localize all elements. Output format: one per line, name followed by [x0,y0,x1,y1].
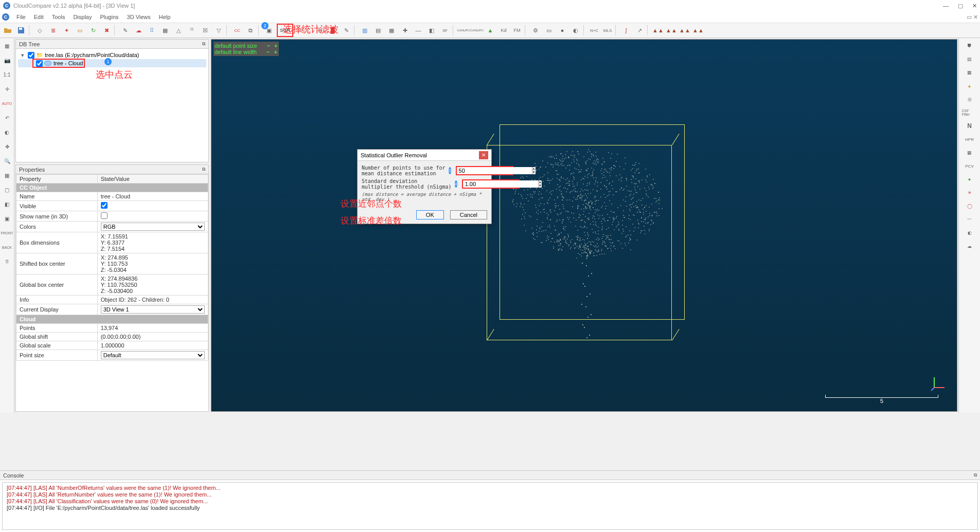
matrix-icon[interactable]: ▦ [962,147,977,158]
cube2-icon[interactable]: ▣ [2,213,13,224]
grid2-icon[interactable]: ▦ [962,67,977,78]
blob-icon[interactable]: ● [962,174,977,185]
mls-icon[interactable]: MLS [602,25,613,36]
window-minimize[interactable]: — [943,3,949,9]
rotate-icon[interactable]: ↻ [87,25,99,36]
scatter-icon[interactable]: ⠿ [146,25,157,36]
properties-body[interactable]: PropertyState/Value CC Object Nametree -… [16,174,208,411]
increase-point-size[interactable]: + [274,43,277,49]
chart-icon[interactable]: ▦ [386,25,397,36]
pick-icon[interactable]: ◇ [34,25,45,36]
wave-icon[interactable]: 〰 [962,214,977,225]
child-checkbox[interactable] [36,60,43,67]
pin-icon[interactable]: ⧉ [202,41,205,47]
menu-3dviews[interactable]: 3D Views [127,14,151,20]
menu-tools[interactable]: Tools [52,14,65,20]
palette-icon[interactable]: ◧ [426,25,437,36]
prop-val[interactable]: RGB [97,222,208,232]
camera-icon[interactable]: 📷 [2,54,13,66]
auto-icon[interactable]: AUTO [2,98,13,109]
menu-file[interactable]: File [16,14,26,20]
cancel-button[interactable]: Cancel [450,210,487,219]
zoom-icon[interactable]: 🔍 [2,155,13,167]
pin-icon[interactable]: ⧉ [202,167,205,172]
histogram-icon[interactable]: ▥ [359,25,370,36]
target2-icon[interactable]: ◎ [962,94,977,105]
root-checkbox[interactable] [28,52,34,59]
layers-icon[interactable]: ▤ [962,53,977,65]
nsigma-spinbox[interactable]: ▲▼ [462,179,520,189]
console-body[interactable]: [07:44:47] [LAS] All 'NumberOfReturns' v… [2,482,978,530]
star-icon[interactable]: ✳ [962,187,977,198]
neighbors-spinbox[interactable]: ▲▼ [456,166,513,175]
cc-icon[interactable]: CC [231,25,243,36]
expand-icon[interactable]: ▾ [21,52,26,59]
reset-icon[interactable]: ↶ [2,112,13,123]
cross-icon[interactable]: ✛ [2,83,13,95]
one-to-one[interactable]: 1:1 [2,69,13,80]
hills4-icon[interactable]: ▲▲ [692,25,704,36]
nsigma-input[interactable] [463,180,538,188]
dialog-close[interactable]: ✕ [479,151,488,159]
gear-icon[interactable]: ⚙ [530,25,541,36]
fm-icon[interactable]: FM [511,25,523,36]
prop-val[interactable] [97,201,208,211]
decrease-point-size[interactable]: − [267,43,270,49]
menu-display[interactable]: Display [73,14,92,20]
move-icon[interactable]: ✥ [2,141,13,152]
tree-child-row[interactable]: tree - Cloud [18,59,206,67]
sphere-icon[interactable]: ● [557,25,568,36]
prop-val[interactable]: Default [97,350,208,361]
sample-icon[interactable]: ⠛ [186,25,198,36]
box2-icon[interactable]: ▢ [2,184,13,195]
shield-icon[interactable]: ⛊ [962,40,977,51]
edit-icon[interactable]: ✎ [341,25,352,36]
clone-icon[interactable]: ⧉ [245,25,256,36]
cube-icon[interactable]: ▦ [2,40,13,51]
window-close[interactable]: ✕ [972,3,977,9]
list-icon[interactable]: ≣ [47,25,59,36]
cloud2-icon[interactable]: ☁ [962,241,977,252]
dbtree-body[interactable]: ▾ 📁 tree.las (E:/pycharm/PointCloud/data… [16,49,208,162]
hills3-icon[interactable]: ▲▲ [679,25,690,36]
brush2-icon[interactable]: ▲ [962,80,977,91]
delete-scalar-icon[interactable]: ☒ [200,25,211,36]
hills2-icon[interactable]: ▲▲ [666,25,677,36]
decrease-line-width[interactable]: − [266,49,270,55]
mesh-icon[interactable]: △ [173,25,184,36]
save-icon[interactable] [15,25,27,36]
menu-help[interactable]: Help [159,14,171,20]
ring-icon[interactable]: ◯ [962,200,977,212]
north-icon[interactable]: N [962,120,977,132]
spin-arrows[interactable]: ▲▼ [538,180,542,188]
colors-select[interactable]: RGB [101,223,205,231]
prop-val[interactable]: 3D View 1 [97,304,208,315]
box-icon[interactable]: ▭ [74,25,85,36]
highlight-icon[interactable]: ◐ [570,25,581,36]
dots-icon[interactable]: ⠿ [2,256,13,267]
menu-edit[interactable]: Edit [34,14,44,20]
hpr-icon[interactable]: HPR [962,134,977,145]
window-maximize[interactable]: ▢ [958,3,963,9]
sf-icon[interactable]: SF [439,25,451,36]
grid-icon[interactable]: ▦ [159,25,171,36]
hills1-icon[interactable]: ▲▲ [652,25,664,36]
wireframe-icon[interactable]: ▦ [2,170,13,181]
gradient-icon[interactable]: ▤ [372,25,384,36]
green-icon[interactable]: ▲ [485,25,496,36]
tree-root-row[interactable]: ▾ 📁 tree.las (E:/pycharm/PointCloud/data… [18,51,206,59]
dash-icon[interactable]: — [413,25,424,36]
viewport-3d[interactable]: default point size −+ default line width… [211,39,957,412]
sphere2-icon[interactable]: ◐ [962,227,977,239]
flag-icon[interactable]: ✖ [101,25,112,36]
front-icon[interactable]: FRONT [2,227,13,239]
canupo2-icon[interactable]: CANUPO [471,25,483,36]
probe-icon[interactable]: ✦ [61,25,72,36]
mdi-restore[interactable]: ▭ ✕ [967,14,978,21]
filter-icon[interactable]: ▽ [213,25,224,36]
prop-val[interactable] [97,211,208,222]
dialog-titlebar[interactable]: Statistical Outlier Removal ✕ [358,150,491,161]
pcv-icon[interactable]: PCV [962,160,977,172]
csf-filter[interactable]: CSF Filter [962,107,977,118]
globe-icon[interactable]: ◐ [2,126,13,138]
